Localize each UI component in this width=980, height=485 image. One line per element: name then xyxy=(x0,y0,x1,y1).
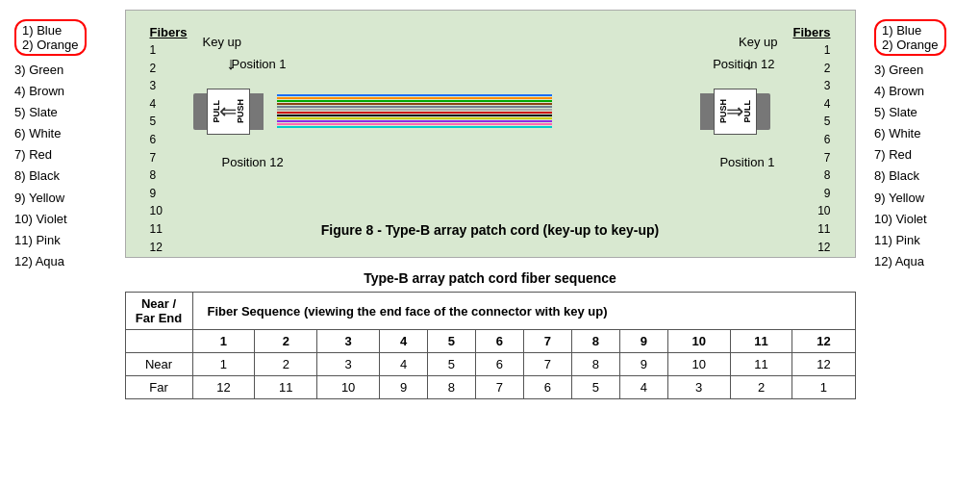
far-5: 8 xyxy=(427,376,475,399)
near-4: 4 xyxy=(380,353,428,376)
fiber-white xyxy=(277,109,552,111)
near-8: 8 xyxy=(571,353,619,376)
position12-label-right: Position 12 xyxy=(713,57,774,71)
diagram-box: Fibers Fibers 123456 789101112 123456 78… xyxy=(125,10,856,258)
right-item-6: 6) White xyxy=(874,123,970,144)
diagram-inner: Fibers Fibers 123456 789101112 123456 78… xyxy=(140,20,841,213)
fiber-slate xyxy=(277,106,552,108)
far-8: 5 xyxy=(571,376,619,399)
right-item-9: 9) Yellow xyxy=(874,188,970,209)
pull-label-left: PULL xyxy=(212,100,221,123)
connector-assembly: PULL ⇐ PUSH xyxy=(193,83,770,140)
near-1: 1 xyxy=(192,353,255,376)
far-10: 3 xyxy=(667,376,730,399)
left-item-4: 4) Brown xyxy=(14,81,106,102)
left-item-9: 9) Yellow xyxy=(14,188,106,209)
figure-caption: Figure 8 - Type-B array patch cord (key-… xyxy=(140,217,841,242)
arrow-left-icon: ⇐ xyxy=(219,99,237,124)
table-section: Type-B array patch cord fiber sequence N… xyxy=(125,270,856,399)
arrow-right-icon: ⇒ xyxy=(726,99,743,124)
position1-label-left: Position 1 xyxy=(232,57,287,71)
left-item-2: 2) Orange xyxy=(22,38,79,52)
fiber-sequence-table: Near / Far End Fiber Sequence (viewing t… xyxy=(125,292,856,399)
col-6: 6 xyxy=(475,330,523,353)
near-6: 6 xyxy=(475,353,523,376)
right-item-2: 2) Orange xyxy=(882,38,939,52)
far-3: 10 xyxy=(317,376,380,399)
col-2: 2 xyxy=(255,330,317,353)
left-item-6: 6) White xyxy=(14,123,106,144)
right-item-12: 12) Aqua xyxy=(874,251,970,272)
col-near-far-header: Near / Far End xyxy=(125,293,192,330)
left-circled-group: 1) Blue 2) Orange xyxy=(14,19,87,56)
near-row: Near 1 2 3 4 5 6 7 8 9 10 11 12 xyxy=(125,353,855,376)
main-content: Fibers Fibers 123456 789101112 123456 78… xyxy=(115,10,865,399)
right-item-10: 10) Violet xyxy=(874,209,970,230)
near-2: 2 xyxy=(255,353,317,376)
near-9: 9 xyxy=(619,353,667,376)
fiber-pink xyxy=(277,123,552,125)
table-title: Type-B array patch cord fiber sequence xyxy=(125,270,856,286)
col-8: 8 xyxy=(571,330,619,353)
key-up-label-left: Key up xyxy=(203,35,241,49)
right-item-3: 3) Green xyxy=(874,60,970,81)
far-9: 4 xyxy=(619,376,667,399)
col-7: 7 xyxy=(523,330,571,353)
fibers-label-left: Fibers xyxy=(150,25,188,39)
near-label: Near xyxy=(125,353,192,376)
far-1: 12 xyxy=(192,376,255,399)
near-5: 5 xyxy=(427,353,475,376)
position12-label-left: Position 12 xyxy=(222,155,284,169)
fiber-aqua xyxy=(277,126,552,128)
cable-bundle xyxy=(277,94,552,128)
left-white-box: PULL ⇐ PUSH xyxy=(207,89,250,135)
col-11: 11 xyxy=(730,330,792,353)
table-col-numbers-row: 1 2 3 4 5 6 7 8 9 10 11 12 xyxy=(125,330,855,353)
fiber-violet xyxy=(277,120,552,122)
far-4: 9 xyxy=(380,376,428,399)
far-11: 2 xyxy=(730,376,792,399)
col-12: 12 xyxy=(792,330,855,353)
col-1: 1 xyxy=(192,330,255,353)
position1-label-right: Position 1 xyxy=(719,155,774,169)
col-4: 4 xyxy=(380,330,428,353)
far-row: Far 12 11 10 9 8 7 6 5 4 3 2 1 xyxy=(125,376,855,399)
left-fiber-list: 3) Green 4) Brown 5) Slate 6) White 7) R… xyxy=(14,60,106,272)
col-10: 10 xyxy=(667,330,730,353)
push-label-left: PUSH xyxy=(236,99,245,123)
fibers-label-right: Fibers xyxy=(792,25,830,39)
right-sidebar: 1) Blue 2) Orange 3) Green 4) Brown 5) S… xyxy=(865,10,980,399)
table-header-row: Near / Far End Fiber Sequence (viewing t… xyxy=(125,293,855,330)
left-coupler xyxy=(250,93,264,130)
left-sidebar: 1) Blue 2) Orange 3) Green 4) Brown 5) S… xyxy=(0,10,115,399)
col-main-header: Fiber Sequence (viewing the end face of … xyxy=(192,293,855,330)
far-6: 7 xyxy=(475,376,523,399)
near-11: 11 xyxy=(730,353,792,376)
right-coupler xyxy=(700,93,714,130)
fiber-black xyxy=(277,115,552,116)
left-connector: PULL ⇐ PUSH xyxy=(193,83,264,140)
right-fiber-list: 3) Green 4) Brown 5) Slate 6) White 7) R… xyxy=(874,60,970,272)
col-3: 3 xyxy=(317,330,380,353)
right-connector: PUSH ⇒ PULL xyxy=(700,83,770,140)
right-item-5: 5) Slate xyxy=(874,102,970,123)
left-item-10: 10) Violet xyxy=(14,209,106,230)
col-9: 9 xyxy=(619,330,667,353)
left-plug xyxy=(193,93,207,130)
left-item-11: 11) Pink xyxy=(14,230,106,251)
near-10: 10 xyxy=(667,353,730,376)
left-item-12: 12) Aqua xyxy=(14,251,106,272)
fiber-yellow xyxy=(277,117,552,119)
right-item-11: 11) Pink xyxy=(874,230,970,251)
left-item-1: 1) Blue xyxy=(22,23,79,38)
push-label-right: PUSH xyxy=(718,99,728,123)
fiber-blue xyxy=(277,94,552,96)
left-item-8: 8) Black xyxy=(14,166,106,187)
fiber-orange xyxy=(277,97,552,99)
fiber-green xyxy=(277,100,552,102)
left-item-7: 7) Red xyxy=(14,144,106,166)
col-label-header xyxy=(125,330,192,353)
col-5: 5 xyxy=(427,330,475,353)
fiber-numbers-right: 123456 789101112 xyxy=(817,41,830,256)
right-plug xyxy=(757,93,770,130)
